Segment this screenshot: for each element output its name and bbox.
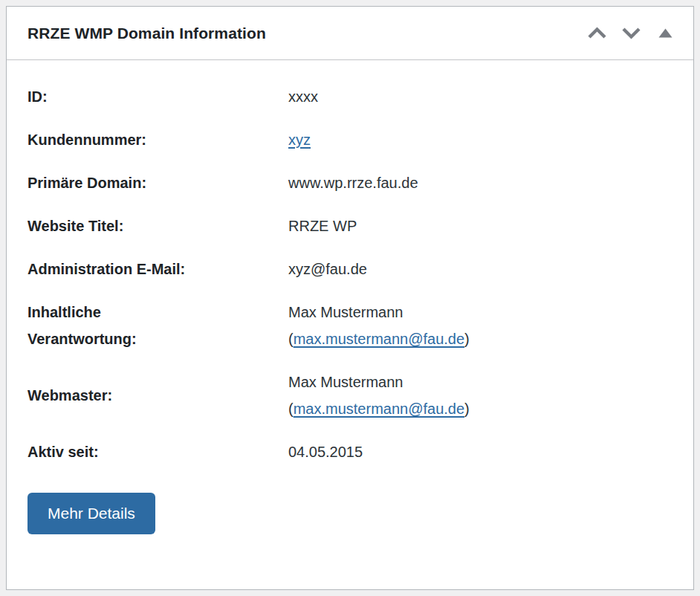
person-name: Max Mustermann [288, 299, 673, 325]
person-email-line: (max.mustermann@fau.de) [288, 395, 673, 422]
info-row: Webmaster:Max Mustermann(max.mustermann@… [27, 360, 673, 430]
triangle-up-icon [658, 28, 673, 38]
info-value-text: RRZE WP [288, 218, 357, 234]
info-row: ID:xxxx [27, 75, 673, 118]
move-up-button[interactable] [582, 19, 612, 48]
info-label: Webmaster: [27, 360, 288, 430]
info-value: Max Mustermann(max.mustermann@fau.de) [288, 291, 673, 360]
panel-header: RRZE WMP Domain Information [7, 7, 693, 60]
info-row: Aktiv seit:04.05.2015 [27, 430, 673, 473]
info-label: Kundennummer: [27, 118, 288, 161]
info-value: www.wp.rrze.fau.de [288, 161, 673, 204]
person-email-link[interactable]: max.mustermann@fau.de [294, 331, 464, 347]
info-label: Primäre Domain: [27, 161, 288, 204]
info-row: Administration E-Mail:xyz@fau.de [27, 247, 673, 291]
more-details-button[interactable]: Mehr Details [27, 493, 155, 534]
domain-info-rows: ID:xxxxKundennummer:xyzPrimäre Domain:ww… [27, 75, 673, 473]
chevron-up-icon [587, 27, 607, 39]
toggle-panel-button[interactable] [650, 19, 680, 48]
info-value: Max Mustermann(max.mustermann@fau.de) [288, 360, 673, 430]
domain-information-panel: RRZE WMP Domain Information [6, 6, 694, 590]
info-label: Aktiv seit: [27, 430, 288, 473]
info-row: Website Titel:RRZE WP [27, 204, 673, 247]
info-value: xyz [288, 118, 673, 161]
info-row: Kundennummer:xyz [27, 118, 673, 161]
info-value: xyz@fau.de [288, 247, 673, 291]
chevron-down-icon [621, 27, 641, 39]
info-row: Primäre Domain:www.wp.rrze.fau.de [27, 161, 673, 204]
person-email-line: (max.mustermann@fau.de) [288, 325, 673, 352]
person-email-link[interactable]: max.mustermann@fau.de [294, 401, 464, 417]
info-value-text: www.wp.rrze.fau.de [288, 175, 418, 191]
info-value-text: xyz@fau.de [288, 261, 367, 277]
info-value-link[interactable]: xyz [288, 132, 311, 148]
person-name: Max Mustermann [288, 369, 673, 395]
move-down-button[interactable] [616, 19, 646, 48]
info-value: xxxx [288, 75, 673, 118]
panel-body: ID:xxxxKundennummer:xyzPrimäre Domain:ww… [7, 60, 693, 589]
info-value: 04.05.2015 [288, 430, 673, 473]
info-label: Inhaltliche Verantwortung: [27, 291, 288, 360]
domain-info-table: ID:xxxxKundennummer:xyzPrimäre Domain:ww… [27, 75, 673, 473]
panel-title: RRZE WMP Domain Information [27, 25, 266, 42]
info-label: Website Titel: [27, 204, 288, 247]
info-row: Inhaltliche Verantwortung:Max Mustermann… [27, 291, 673, 360]
info-label: ID: [27, 75, 288, 118]
panel-handle-actions [582, 19, 680, 48]
info-value-text: 04.05.2015 [288, 444, 363, 460]
info-value-text: xxxx [288, 88, 318, 105]
info-value: RRZE WP [288, 204, 673, 247]
info-label: Administration E-Mail: [27, 247, 288, 291]
